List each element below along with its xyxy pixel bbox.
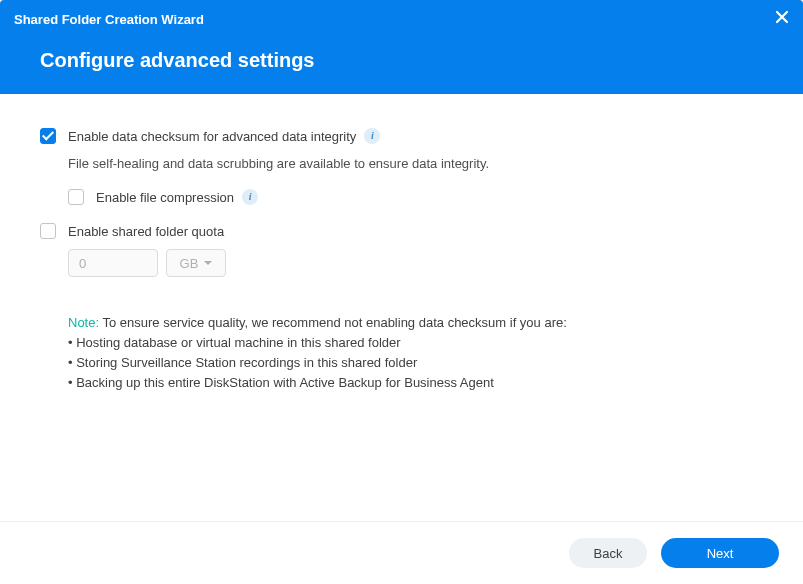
wizard-footer: Back Next <box>0 521 803 584</box>
quota-unit-label: GB <box>180 256 199 271</box>
note-item: • Hosting database or virtual machine in… <box>68 333 763 353</box>
note-item: • Backing up this entire DiskStation wit… <box>68 373 763 393</box>
quota-label: Enable shared folder quota <box>68 224 224 239</box>
checkbox-checksum[interactable] <box>40 128 56 144</box>
next-button[interactable]: Next <box>661 538 779 568</box>
window-title: Shared Folder Creation Wizard <box>14 8 789 49</box>
close-button[interactable] <box>775 10 789 27</box>
wizard-content: Enable data checksum for advanced data i… <box>0 94 803 521</box>
quota-inputs: GB <box>40 249 763 277</box>
checkbox-quota[interactable] <box>40 223 56 239</box>
note-label: Note: <box>68 315 99 330</box>
option-checksum: Enable data checksum for advanced data i… <box>40 128 763 144</box>
note-intro: To ensure service quality, we recommend … <box>99 315 567 330</box>
back-button[interactable]: Back <box>569 538 647 568</box>
checkbox-compression[interactable] <box>68 189 84 205</box>
close-icon <box>775 10 789 24</box>
compression-label: Enable file compression <box>96 190 234 205</box>
checksum-description: File self-healing and data scrubbing are… <box>40 156 763 171</box>
checksum-label: Enable data checksum for advanced data i… <box>68 129 356 144</box>
quota-value-input[interactable] <box>68 249 158 277</box>
quota-unit-select[interactable]: GB <box>166 249 226 277</box>
page-title: Configure advanced settings <box>14 49 789 72</box>
info-icon[interactable]: i <box>364 128 380 144</box>
chevron-down-icon <box>204 261 212 265</box>
note-item: • Storing Surveillance Station recording… <box>68 353 763 373</box>
option-quota: Enable shared folder quota <box>40 223 763 239</box>
note-intro-line: Note: To ensure service quality, we reco… <box>68 313 763 333</box>
info-icon[interactable]: i <box>242 189 258 205</box>
note-block: Note: To ensure service quality, we reco… <box>40 313 763 394</box>
wizard-header: Shared Folder Creation Wizard Configure … <box>0 0 803 94</box>
wizard-dialog: Shared Folder Creation Wizard Configure … <box>0 0 803 584</box>
option-compression: Enable file compression i <box>40 189 763 205</box>
